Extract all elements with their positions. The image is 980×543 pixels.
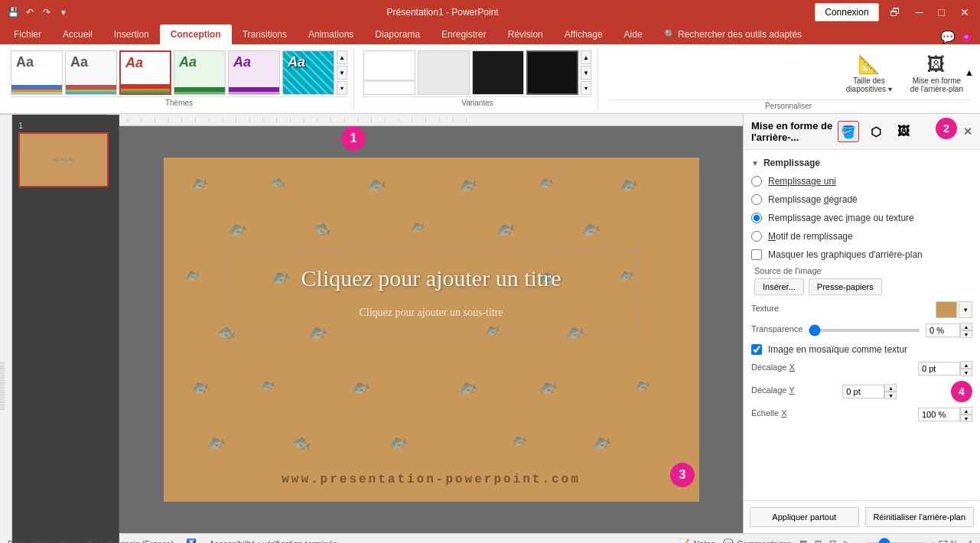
commentaires-button[interactable]: 💬 Commentaires	[723, 538, 792, 543]
scroll-down[interactable]: ▼	[337, 66, 347, 80]
mise-en-forme-button[interactable]: 🖼 Mise en formede l'arrière-plan	[904, 50, 969, 96]
remplissage-section-header[interactable]: ▼ Remplissage	[751, 158, 972, 168]
notes-button[interactable]: 📝 Notes	[679, 538, 715, 543]
variants-scroll-up[interactable]: ▲	[581, 50, 591, 64]
radio-uni[interactable]	[751, 176, 762, 187]
slide-panel: 1 🐟🐟🐟	[12, 115, 119, 543]
language: Français (France)	[107, 539, 174, 544]
ruler-horizontal: | | | | | | | | | | | | | | | | | | | | …	[119, 114, 743, 126]
zoom-out-icon[interactable]: ─	[858, 539, 864, 544]
theme-1[interactable]: Aa	[11, 50, 63, 95]
tab-accueil[interactable]: Accueil	[52, 24, 103, 44]
format-bg-icon: 🖼	[927, 54, 946, 75]
theme-3[interactable]: Aa	[119, 50, 171, 95]
customize-icon[interactable]: ▾	[57, 5, 70, 19]
variant-4[interactable]	[526, 50, 578, 95]
theme-6[interactable]: Aa	[282, 50, 334, 95]
decalage-y-down[interactable]: ▼	[884, 392, 897, 399]
close-icon[interactable]: ✕	[956, 5, 974, 20]
section-toggle-icon: ▼	[751, 159, 759, 167]
ribbon-collapse-icon[interactable]: ▲	[965, 67, 974, 78]
themes-group: Aa Aa	[5, 47, 354, 110]
label-degrade: Remplissage dégradé	[768, 194, 858, 205]
echelle-x-input[interactable]	[918, 408, 960, 421]
slide-canvas[interactable]: 🐟 🐟 🐟 🐟 🐟 🐟 🐟 🐟 🐟 🐟 🐟 🐟 🐟 🐟 🐟 🐟	[164, 158, 699, 502]
decalage-y-input[interactable]	[842, 385, 884, 398]
tab-affichage[interactable]: Affichage	[554, 24, 614, 44]
effects-icon[interactable]: ⬡	[865, 121, 887, 142]
maximize-icon[interactable]: □	[934, 5, 949, 20]
tab-insertion[interactable]: Insertion	[103, 24, 160, 44]
tab-diaporama[interactable]: Diaporama	[364, 24, 431, 44]
image-icon[interactable]: 🖼	[893, 121, 914, 142]
tab-aide[interactable]: Aide	[614, 24, 653, 44]
fill-icon[interactable]: 🪣	[838, 121, 859, 142]
theme-4[interactable]: Aa	[174, 50, 226, 95]
variants-scroll-more[interactable]: ▾	[581, 81, 591, 95]
undo-icon[interactable]: ↶	[23, 5, 37, 19]
view-reading-button[interactable]: ⊟	[829, 538, 836, 543]
decalage-y-up[interactable]: ▲	[884, 384, 897, 392]
workspace: ||||||||||||||||||||||||||||||||||| 1 🐟🐟…	[0, 114, 980, 533]
checkbox-mosaique[interactable]	[751, 344, 762, 355]
variants-scroll-down[interactable]: ▼	[581, 66, 591, 80]
tab-search[interactable]: 🔍 Rechercher des outils adaptés	[653, 24, 812, 44]
decalage-x-down[interactable]: ▼	[960, 369, 972, 376]
checkbox-masquer[interactable]	[751, 249, 762, 260]
scroll-more[interactable]: ▾	[337, 81, 347, 95]
echelle-x-up[interactable]: ▲	[960, 407, 972, 415]
tab-transitions[interactable]: Transitions	[232, 24, 298, 44]
transparence-spin-down[interactable]: ▼	[960, 330, 972, 338]
transparence-label: Transparence	[751, 324, 803, 333]
decalage-y-label: Décalage Y	[751, 385, 795, 395]
themes-row: Aa Aa	[11, 50, 347, 95]
radio-image[interactable]	[751, 213, 762, 223]
radio-motif[interactable]	[751, 231, 762, 242]
variants-label: Variantes	[363, 96, 591, 107]
option-masquer: Masquer les graphiques d'arrière-plan	[751, 248, 972, 262]
texture-dropdown-btn[interactable]: ▾	[959, 301, 972, 318]
appliquer-partout-button[interactable]: Appliquer partout	[750, 507, 859, 527]
slide-thumbnail[interactable]: 🐟🐟🐟	[18, 132, 109, 187]
slide-title-box[interactable]: Cliquez pour ajouter un titre Cliquez po…	[225, 249, 638, 335]
decalage-y-spinbox: ▲ ▼	[884, 384, 897, 399]
reinitialiser-button[interactable]: Réinitialiser l'arrière-plan	[865, 507, 975, 527]
echelle-x-down[interactable]: ▼	[960, 415, 972, 422]
tab-animations[interactable]: Animations	[298, 24, 364, 44]
user-icon[interactable]: •	[962, 33, 971, 42]
theme-2[interactable]: Aa	[65, 50, 117, 95]
decalage-x-row: Décalage X ▲ ▼	[751, 361, 972, 376]
radio-degrade[interactable]	[751, 194, 762, 205]
inserer-button[interactable]: Insérer...	[754, 278, 804, 295]
connexion-button[interactable]: Connexion	[815, 3, 878, 21]
redo-icon[interactable]: ↷	[40, 5, 54, 19]
theme-5[interactable]: Aa	[228, 50, 280, 95]
minimize-icon[interactable]: ─	[911, 5, 928, 20]
tab-revision[interactable]: Révision	[497, 24, 554, 44]
transparence-spin-up[interactable]: ▲	[960, 323, 972, 330]
transparence-input[interactable]	[926, 324, 960, 337]
view-presentation-button[interactable]: ▷	[844, 538, 850, 543]
scroll-up[interactable]: ▲	[337, 50, 347, 64]
save-icon[interactable]: 💾	[6, 5, 20, 19]
variant-3[interactable]	[472, 50, 524, 95]
fit-page-icon[interactable]: ⤢	[965, 538, 972, 543]
variant-1[interactable]	[363, 50, 415, 95]
transparence-slider[interactable]	[809, 329, 920, 332]
texture-preview[interactable]	[936, 301, 957, 318]
decalage-x-input[interactable]	[918, 362, 960, 376]
tab-conception[interactable]: Conception	[160, 24, 232, 44]
decalage-x-up[interactable]: ▲	[960, 361, 972, 369]
pressepapiers-button[interactable]: Presse-papiers	[809, 278, 882, 295]
comment-icon[interactable]: 💬	[940, 30, 956, 44]
taille-diapositives-button[interactable]: 📐 Taille desdiapositives ▾	[840, 50, 898, 96]
tab-fichier[interactable]: Fichier	[3, 24, 52, 44]
view-normal-button[interactable]: ▦	[799, 538, 807, 543]
tab-enregistrer[interactable]: Enregistrer	[431, 24, 497, 44]
view-slides-button[interactable]: ⊞	[815, 538, 822, 543]
decalage-x-field: ▲ ▼	[918, 361, 972, 376]
restore-window-icon[interactable]: 🗗	[885, 5, 905, 20]
panel-close-icon[interactable]: ✕	[963, 125, 972, 138]
variant-2[interactable]	[418, 50, 470, 95]
zoom-in-icon[interactable]: +	[930, 539, 935, 544]
